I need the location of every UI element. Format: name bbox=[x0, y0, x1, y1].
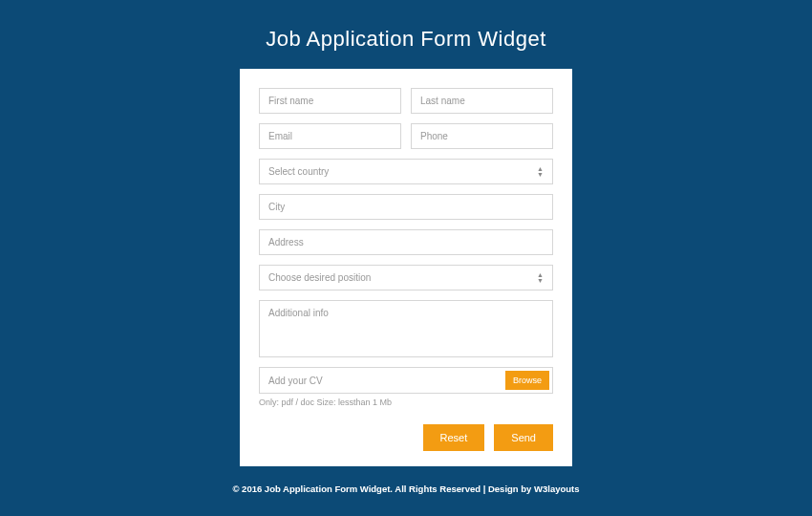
footer: © 2016 Job Application Form Widget. All … bbox=[232, 484, 579, 494]
footer-copyright: © 2016 Job Application Form Widget. All … bbox=[232, 484, 534, 494]
page-title: Job Application Form Widget bbox=[266, 27, 546, 52]
footer-link[interactable]: W3layouts bbox=[534, 484, 580, 494]
send-button[interactable]: Send bbox=[494, 424, 553, 451]
reset-button[interactable]: Reset bbox=[423, 424, 485, 451]
country-select[interactable]: Select country ▲▼ bbox=[259, 159, 553, 184]
additional-info-field[interactable] bbox=[259, 300, 553, 357]
phone-field[interactable] bbox=[411, 123, 553, 149]
country-select-label: Select country bbox=[268, 166, 329, 177]
email-field[interactable] bbox=[259, 123, 401, 149]
browse-button[interactable]: Browse bbox=[505, 371, 549, 390]
position-select-label: Choose desired position bbox=[268, 272, 371, 283]
address-field[interactable] bbox=[259, 229, 553, 255]
cv-hint: Only: pdf / doc Size: lessthan 1 Mb bbox=[259, 398, 553, 407]
city-field[interactable] bbox=[259, 194, 553, 220]
form-card: Select country ▲▼ Choose desired positio… bbox=[240, 69, 572, 466]
position-select[interactable]: Choose desired position ▲▼ bbox=[259, 265, 553, 290]
cv-placeholder: Add your CV bbox=[268, 376, 323, 386]
chevron-updown-icon: ▲▼ bbox=[537, 272, 544, 283]
last-name-field[interactable] bbox=[411, 88, 553, 114]
first-name-field[interactable] bbox=[259, 88, 401, 114]
chevron-updown-icon: ▲▼ bbox=[537, 166, 544, 177]
cv-upload-row: Add your CV Browse bbox=[259, 367, 553, 394]
